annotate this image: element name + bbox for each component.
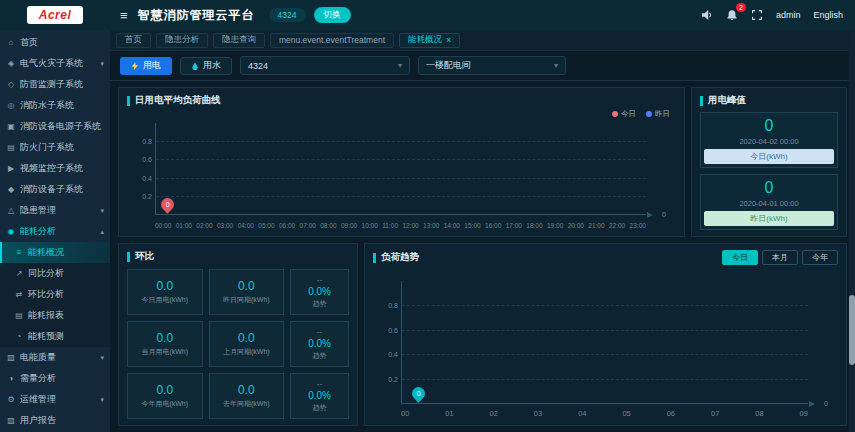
peak-card: 02020-04-01 00:00昨日(kWh) [700,174,838,230]
sidebar-collapse-icon[interactable]: ≡ [120,8,128,23]
app-title: 智慧消防管理云平台 [138,7,255,24]
stat-card: 0.0今年用电(kWh) [127,373,203,419]
legend-label: 今日 [621,109,636,119]
scrollbar[interactable] [849,30,855,432]
stat-card: 0.0上月同期(kWh) [209,321,285,367]
range-button-today[interactable]: 今日 [722,250,758,265]
sidebar-item-hazard-management[interactable]: △隐患管理▾ [0,200,110,221]
station-badge: 4324 [269,8,306,22]
sidebar-subitem-energy-forecast[interactable]: ◔能耗预测 [0,326,110,347]
sidebar-item-label: 电能质量 [20,351,96,364]
sidebar-item-lightning-protection[interactable]: ◇防雷监测子系统 [0,74,110,95]
sidebar-item-label: 首页 [20,36,104,49]
stat-value: 0.0 [156,331,173,345]
sidebar-item-fire-water[interactable]: ◎消防水子系统 [0,95,110,116]
username[interactable]: admin [776,10,801,20]
water-toggle-button[interactable]: 用水 [180,57,232,75]
x-tick-label: 02 [490,409,498,418]
electric-toggle-button[interactable]: 用电 [120,57,172,75]
daily-load-panel: 日用电平均负荷曲线 今日昨日 0 0 0.80.60.40.2 00:0001:… [118,87,685,237]
room-select[interactable]: 一楼配电间 ▾ [418,56,566,75]
y-tick-label: 0.8 [376,302,398,309]
peak-tag: 今日(kWh) [704,149,834,164]
sidebar-item-home[interactable]: ⌂首页 [0,32,110,53]
peak-value: 0 [765,117,774,135]
sidebar-item-fire-door[interactable]: ▤防火门子系统 [0,137,110,158]
speaker-icon[interactable] [701,9,713,21]
x-tick-label: 14:00 [444,222,460,229]
sidebar-item-label: 消防设备电源子系统 [20,120,104,133]
scrollbar-thumb[interactable] [849,295,855,365]
sidebar-item-fire-device[interactable]: ◆消防设备子系统 [0,179,110,200]
range-button-month[interactable]: 本月 [762,250,798,265]
x-tick-label: 03 [534,409,542,418]
quality-icon: ▧ [6,353,16,362]
sidebar-item-power-quality[interactable]: ▧电能质量▾ [0,347,110,368]
sidebar-item-ops-management[interactable]: ⚙运维管理▾ [0,389,110,410]
close-icon[interactable]: × [446,35,451,45]
switch-station-button[interactable]: 切换 [314,7,351,23]
legend-item[interactable]: 昨日 [646,109,670,119]
mom-comparison-panel: 环比 0.0今日用电(kWh)0.0昨日同期(kWh)--0.0%趋势0.0当月… [118,243,358,426]
electric-label: 用电 [143,59,161,72]
legend-label: 昨日 [655,109,670,119]
bell-glyph [726,9,738,21]
x-tick-label: 05:00 [258,222,274,229]
chevron-down-icon: ▾ [100,207,104,215]
gridline [402,354,808,355]
load-trend-panel: 负荷趋势 今日本月今年 0 0 0.80.60.40.2 00010203040… [364,243,847,426]
tab-energy-overview[interactable]: 能耗概况× [399,33,460,48]
bell-icon[interactable]: 2 [726,9,738,21]
tab-hazard-analysis[interactable]: 隐患分析 [156,33,208,48]
sidebar-item-label: 电气火灾子系统 [20,57,96,70]
tab-hazard-query[interactable]: 隐患查询 [213,33,265,48]
sidebar-item-user-report[interactable]: ▨用户报告 [0,410,110,431]
gridline [402,330,808,331]
gridline [156,178,646,179]
tab-label: 能耗概况 [408,34,442,46]
huanbi-grid: 0.0今日用电(kWh)0.0昨日同期(kWh)--0.0%趋势0.0当月用电(… [127,269,349,419]
tab-event-treatment[interactable]: menu.event.eventTreatment [270,33,394,48]
daily-xticks: 00:0001:0002:0003:0004:0005:0006:0007:00… [155,222,646,229]
tab-label: 隐患查询 [222,34,256,46]
x-tick-label: 09 [800,409,808,418]
x-tick-label: 23:00 [630,222,646,229]
sidebar-subitem-mom-analysis[interactable]: ⇄环比分析 [0,284,110,305]
trend-marker-pin: 0 [409,384,427,402]
station-select[interactable]: 4324 ▾ [240,56,410,75]
sidebar-item-demand-analysis[interactable]: ◑需量分析 [0,368,110,389]
lightning-icon: ◇ [6,80,16,89]
sidebar-item-electric-fire[interactable]: ◈电气火灾子系统▾ [0,53,110,74]
legend-item[interactable]: 今日 [612,109,636,119]
load-trend-title: 负荷趋势 [373,251,419,264]
sidebar-item-label: 消防设备子系统 [20,183,104,196]
acrel-logo: Acrel [27,6,84,24]
sidebar-item-energy-analysis[interactable]: ◉能耗分析▴ [0,221,110,242]
range-button-year[interactable]: 今年 [802,250,838,265]
forecast-icon: ◔ [14,332,24,341]
sidebar-subitem-energy-report[interactable]: ▤能耗报表 [0,305,110,326]
trend-value: 0.0% [308,286,331,297]
x-tick-label: 04:00 [238,222,254,229]
sidebar-item-fire-power[interactable]: ▣消防设备电源子系统 [0,116,110,137]
gridline [156,141,646,142]
x-tick-label: 19:00 [547,222,563,229]
language-switch[interactable]: English [813,10,843,20]
chevron-down-icon: ▾ [100,396,104,404]
sidebar-item-label: 需量分析 [20,372,104,385]
x-tick-label: 13:00 [423,222,439,229]
app-window: Acrel ≡ 智慧消防管理云平台 4324 切换 2 admin Englis… [0,0,855,432]
stat-card: 0.0昨日同期(kWh) [209,269,285,315]
x-tick-label: 06 [667,409,675,418]
gridline [156,159,646,160]
home-icon: ⌂ [6,38,16,47]
load-trend-header: 负荷趋势 今日本月今年 [373,250,838,265]
sidebar-item-video-monitor[interactable]: ▶视频监控子系统 [0,158,110,179]
legend-dot [646,111,652,117]
sidebar-subitem-energy-overview[interactable]: ≡能耗概况 [0,242,110,263]
x-tick-label: 16:00 [485,222,501,229]
tab-home[interactable]: 首页 [116,33,151,48]
trend-dash: -- [317,379,322,388]
sidebar-subitem-yoy-analysis[interactable]: ↗同比分析 [0,263,110,284]
fullscreen-icon[interactable] [751,9,763,21]
